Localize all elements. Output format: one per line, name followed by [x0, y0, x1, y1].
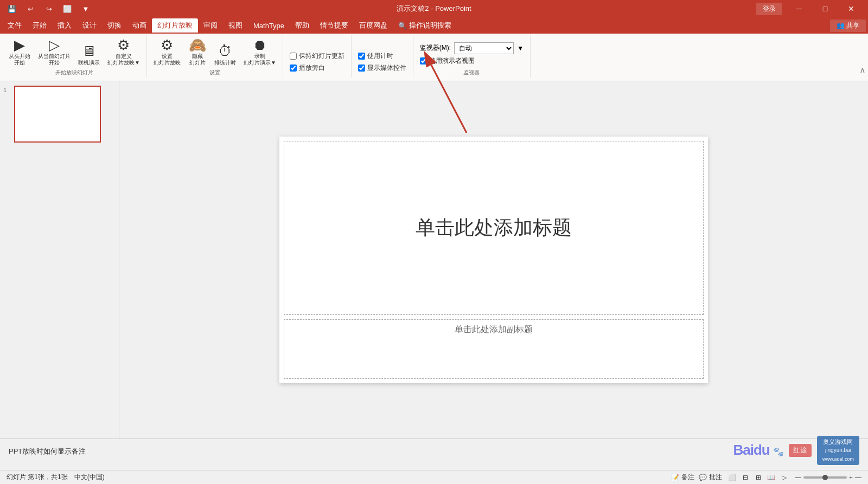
reading-view-button[interactable]: 📖 — [765, 472, 777, 483]
from-current-button[interactable]: ▷ 从当前幻灯片开始 — [35, 36, 74, 68]
slide-canvas[interactable]: 单击此处添加标题 单击此处添加副标题 — [279, 137, 708, 383]
zoom-percent: — — [855, 474, 861, 481]
monitor-row: 监视器(M): 自动 主显示器 ▼ — [420, 42, 524, 54]
menu-storyboard[interactable]: 情节提要 — [315, 18, 354, 33]
slide-sorter-button[interactable]: ⊞ — [752, 472, 764, 483]
slide-subtitle-placeholder[interactable]: 单击此处添加副标题 — [284, 319, 704, 379]
ribbon-checks1-list: 保持幻灯片更新 播放旁白 — [286, 49, 348, 75]
outline-view-button[interactable]: ⊟ — [739, 472, 751, 483]
use-timing-check[interactable]: 使用计时 — [357, 51, 407, 61]
menu-design[interactable]: 设计 — [77, 18, 102, 33]
rehearse-timing-button[interactable]: ⏱ 排练计时 — [211, 42, 239, 68]
quick-access-toolbar: 💾 ↩ ↪ ⬜ ▼ — [4, 1, 93, 16]
play-narration-checkbox[interactable] — [290, 64, 297, 72]
record-slideshow-button[interactable]: ⏺ 录制幻灯片演示▼ — [240, 36, 279, 68]
keep-slides-updated-check[interactable]: 保持幻灯片更新 — [289, 51, 346, 61]
online-present-icon: 🖥 — [82, 43, 96, 59]
comments-icon: 💬 — [699, 474, 707, 481]
menu-mathtype[interactable]: MathType — [248, 20, 290, 32]
view-buttons: ⬜ ⊟ ⊞ 📖 ▷ — [726, 472, 790, 483]
zoom-thumb — [822, 475, 828, 480]
slide-thumb-preview-1[interactable] — [14, 86, 101, 143]
use-timing-label: 使用计时 — [367, 51, 393, 61]
ribbon-group-checks2: 使用计时 显示媒体控件 — [352, 35, 413, 78]
ribbon-group-monitor: 监视器(M): 自动 主显示器 ▼ 使用演示者视图 — [413, 35, 531, 78]
play-narration-check[interactable]: 播放旁白 — [289, 63, 346, 73]
status-bar: 幻灯片 第1张，共1张 中文(中国) 📝 备注 💬 批注 ⬜ ⊟ ⊞ 📖 ▷ — — [0, 470, 868, 484]
setup-slideshow-button[interactable]: ⚙ 设置幻灯片放映 — [150, 36, 184, 68]
menu-search[interactable]: 🔍操作说明搜索 — [393, 18, 457, 33]
zoom-out-button[interactable]: — — [795, 474, 801, 481]
presenter-view-button[interactable]: ▷ — [778, 472, 790, 483]
ribbon-group-checks1: 保持幻灯片更新 播放旁白 — [283, 35, 352, 78]
share-button[interactable]: 👥 共享 — [830, 20, 866, 32]
ribbon-checks1-label — [286, 75, 348, 78]
ribbon-checks2-list: 使用计时 显示媒体控件 — [355, 49, 410, 75]
slide-info: 幻灯片 第1张，共1张 — [7, 473, 68, 482]
use-timing-checkbox[interactable] — [358, 53, 365, 60]
window-controls: ─ □ ✕ — [787, 0, 864, 17]
ribbon-checks2-label — [355, 75, 410, 78]
custom-slideshow-button[interactable]: ⚙ 自定义幻灯片放映▼ — [104, 36, 143, 68]
online-present-button[interactable]: 🖥 联机演示 — [75, 42, 103, 68]
from-beginning-button[interactable]: ▶ 从头开始开始 — [5, 36, 34, 68]
show-media-controls-label: 显示媒体控件 — [367, 63, 406, 73]
normal-view-button[interactable]: ⬜ — [726, 472, 738, 483]
comments-button[interactable]: 💬 批注 — [699, 473, 722, 482]
canvas-area: 单击此处添加标题 单击此处添加副标题 — [119, 81, 868, 438]
custom-slideshow-label: 自定义幻灯片放映▼ — [107, 53, 140, 66]
slide-title-placeholder[interactable]: 单击此处添加标题 — [284, 141, 704, 315]
save-button[interactable]: 💾 — [4, 1, 20, 16]
menu-file[interactable]: 文件 — [2, 18, 27, 33]
monitor-dropdown-btn[interactable]: ▼ — [517, 44, 524, 52]
menu-transitions[interactable]: 切换 — [102, 18, 127, 33]
ribbon-group-settings-label: 设置 — [150, 68, 279, 78]
menu-help[interactable]: 帮助 — [290, 18, 315, 33]
minimize-button[interactable]: ─ — [787, 0, 812, 17]
menu-insert[interactable]: 插入 — [52, 18, 77, 33]
menu-view[interactable]: 视图 — [223, 18, 248, 33]
undo-button[interactable]: ↩ — [23, 1, 38, 16]
from-current-icon: ▷ — [49, 37, 60, 53]
from-current-label: 从当前幻灯片开始 — [38, 53, 71, 66]
menu-right: 👥 共享 — [830, 20, 866, 32]
notes-icon: 📝 — [671, 474, 679, 481]
from-beginning-label: 从头开始开始 — [9, 53, 30, 66]
menu-slideshow[interactable]: 幻灯片放映 — [152, 18, 198, 33]
play-narration-label: 播放旁白 — [299, 63, 325, 73]
monitor-label: 监视器(M): — [420, 43, 451, 53]
slide-number-1: 1 — [3, 86, 11, 93]
record-slideshow-icon: ⏺ — [253, 37, 267, 53]
close-button[interactable]: ✕ — [839, 0, 864, 17]
keep-slides-updated-label: 保持幻灯片更新 — [299, 51, 344, 61]
rehearse-timing-label: 排练计时 — [214, 59, 236, 66]
monitor-settings: 监视器(M): 自动 主显示器 ▼ 使用演示者视图 — [417, 40, 527, 68]
login-button[interactable]: 登录 — [756, 3, 782, 15]
maximize-button[interactable]: □ — [813, 0, 838, 17]
zoom-in-button[interactable]: + — [849, 474, 853, 481]
presenter-view-checkbox[interactable] — [420, 57, 427, 64]
redo-button[interactable]: ↪ — [41, 1, 56, 16]
menu-baidu[interactable]: 百度网盘 — [354, 18, 393, 33]
ribbon-group-start: ▶ 从头开始开始 ▷ 从当前幻灯片开始 🖥 联机演示 ⚙ — [2, 35, 147, 78]
baidu-logo: Baidu 🐾 — [733, 442, 783, 459]
show-media-controls-checkbox[interactable] — [358, 64, 365, 72]
zoom-control: — + — — [795, 474, 861, 481]
presenter-view-check[interactable]: 使用演示者视图 — [420, 56, 524, 66]
notes-button[interactable]: 📝 备注 — [671, 473, 694, 482]
hide-slide-button[interactable]: 🙈 隐藏幻灯片 — [185, 36, 210, 68]
notes-btn-label: 备注 — [681, 473, 694, 482]
restore-button[interactable]: ⬜ — [60, 1, 75, 16]
menu-animations[interactable]: 动画 — [127, 18, 152, 33]
show-media-controls-check[interactable]: 显示媒体控件 — [357, 63, 407, 73]
ribbon: ▶ 从头开始开始 ▷ 从当前幻灯片开始 🖥 联机演示 ⚙ — [0, 34, 868, 81]
keep-slides-updated-checkbox[interactable] — [290, 53, 297, 60]
menu-home[interactable]: 开始 — [27, 18, 52, 33]
qat-dropdown[interactable]: ▼ — [78, 1, 93, 16]
monitor-select[interactable]: 自动 主显示器 — [454, 42, 514, 54]
record-slideshow-label: 录制幻灯片演示▼ — [244, 53, 276, 66]
rehearse-timing-icon: ⏱ — [218, 43, 232, 59]
collapse-ribbon-button[interactable]: ∧ — [859, 65, 866, 75]
menu-review[interactable]: 审阅 — [198, 18, 223, 33]
zoom-slider[interactable] — [803, 476, 847, 479]
